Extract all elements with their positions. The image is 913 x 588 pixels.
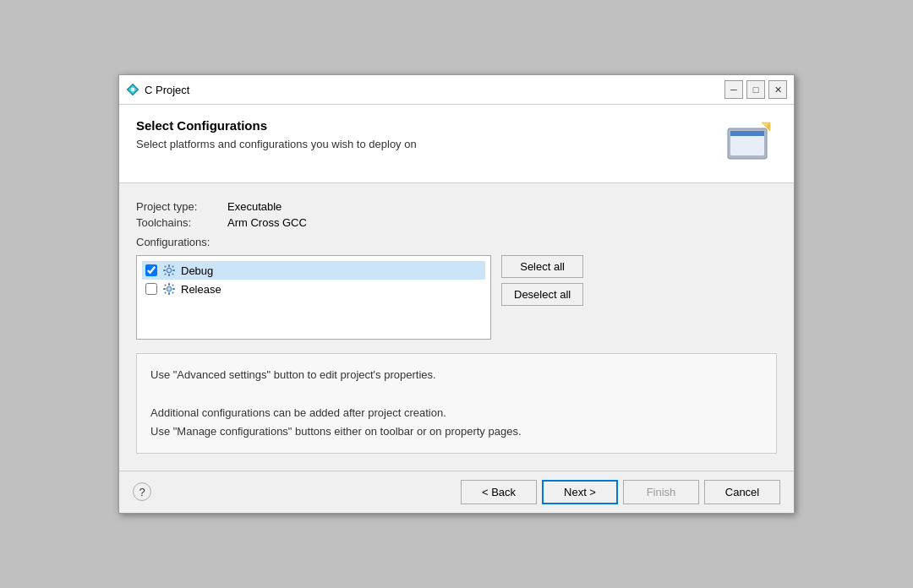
svg-rect-22 xyxy=(172,288,175,290)
svg-point-27 xyxy=(167,287,171,291)
svg-rect-12 xyxy=(172,270,175,271)
info-box: Use "Advanced settings" button to edit p… xyxy=(136,353,777,453)
svg-point-17 xyxy=(167,269,171,272)
back-button[interactable]: < Back xyxy=(461,480,537,504)
svg-rect-13 xyxy=(164,265,167,268)
cancel-button[interactable]: Cancel xyxy=(704,480,780,504)
toolchains-value: Arm Cross GCC xyxy=(227,216,307,229)
svg-rect-15 xyxy=(164,273,167,275)
footer: ? < Back Next > Finish Cancel xyxy=(119,471,794,513)
dialog-title: C Project xyxy=(145,84,719,96)
configurations-label: Configurations: xyxy=(136,236,777,248)
svg-rect-20 xyxy=(168,292,170,295)
project-type-row: Project type: Executable xyxy=(136,200,777,213)
toolchains-label: Toolchains: xyxy=(136,216,221,229)
header-text: Select Configurations Select platforms a… xyxy=(136,118,417,150)
header-section: Select Configurations Select platforms a… xyxy=(119,105,794,183)
info-line3: Additional configurations can be added a… xyxy=(150,404,763,422)
header-subtitle: Select platforms and configurations you … xyxy=(136,138,417,150)
release-label: Release xyxy=(181,283,221,296)
debug-label: Debug xyxy=(181,264,213,277)
title-bar: C Project ─ □ ✕ xyxy=(119,75,794,105)
release-checkbox[interactable] xyxy=(145,283,157,295)
finish-button[interactable]: Finish xyxy=(623,480,699,504)
minimize-button[interactable]: ─ xyxy=(724,80,743,99)
select-all-button[interactable]: Select all xyxy=(501,255,583,278)
svg-rect-21 xyxy=(163,288,166,290)
deselect-all-button[interactable]: Deselect all xyxy=(501,283,583,306)
header-icon xyxy=(726,118,777,169)
info-line4: Use "Manage configurations" buttons eith… xyxy=(150,422,763,441)
dialog: C Project ─ □ ✕ Select Configurations Se… xyxy=(118,74,795,513)
svg-rect-24 xyxy=(172,284,174,286)
header-title: Select Configurations xyxy=(136,118,417,133)
window-controls: ─ □ ✕ xyxy=(724,80,787,99)
debug-gear-icon xyxy=(162,264,176,277)
svg-rect-11 xyxy=(163,270,166,271)
help-button[interactable]: ? xyxy=(133,482,151,501)
body-section: Project type: Executable Toolchains: Arm… xyxy=(119,183,794,470)
project-type-label: Project type: xyxy=(136,200,221,213)
svg-rect-9 xyxy=(168,264,170,267)
svg-rect-14 xyxy=(172,265,174,268)
svg-rect-16 xyxy=(172,273,174,275)
config-list: Debug xyxy=(136,255,491,340)
project-type-value: Executable xyxy=(227,200,282,213)
svg-rect-26 xyxy=(172,291,174,294)
maximize-button[interactable]: □ xyxy=(746,80,765,99)
close-button[interactable]: ✕ xyxy=(768,80,787,99)
svg-rect-5 xyxy=(730,131,764,136)
svg-rect-23 xyxy=(164,284,167,286)
config-buttons: Select all Deselect all xyxy=(501,255,583,306)
info-line1: Use "Advanced settings" button to edit p… xyxy=(150,366,763,384)
release-gear-icon xyxy=(162,282,176,296)
info-line2 xyxy=(150,384,763,403)
toolchains-row: Toolchains: Arm Cross GCC xyxy=(136,216,777,229)
svg-rect-2 xyxy=(131,88,134,91)
app-icon xyxy=(126,83,139,96)
footer-buttons: < Back Next > Finish Cancel xyxy=(461,480,780,504)
debug-checkbox[interactable] xyxy=(145,264,157,276)
next-button[interactable]: Next > xyxy=(542,480,618,504)
config-item-debug[interactable]: Debug xyxy=(142,261,485,280)
svg-rect-25 xyxy=(164,291,167,294)
svg-rect-10 xyxy=(168,274,170,276)
config-item-release[interactable]: Release xyxy=(142,280,485,298)
svg-rect-19 xyxy=(168,283,170,286)
config-area: Debug xyxy=(136,255,777,340)
